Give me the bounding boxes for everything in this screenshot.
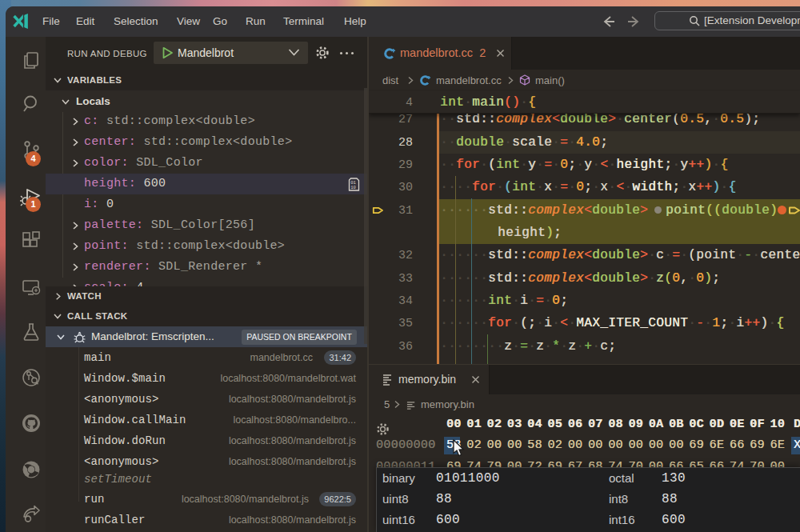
svg-text:10: 10	[350, 185, 356, 190]
